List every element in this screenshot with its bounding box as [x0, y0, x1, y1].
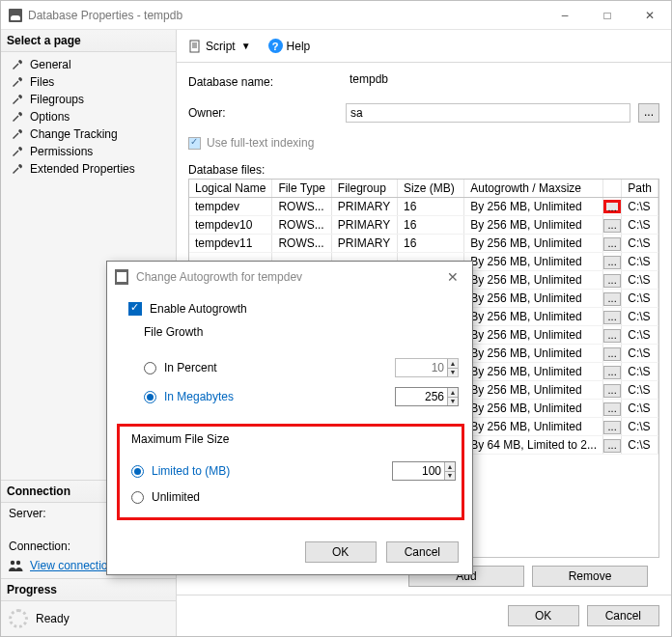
sidebar-item-filegroups[interactable]: Filegroups [1, 91, 176, 108]
autogrowth-edit-button[interactable]: ... [603, 402, 621, 416]
cancel-button[interactable]: Cancel [587, 605, 659, 626]
table-cell: ROWS... [272, 216, 331, 235]
script-dropdown-icon[interactable]: ▼ [239, 41, 253, 51]
autogrowth-edit-button[interactable]: ... [603, 421, 621, 434]
dialog-close-button[interactable]: ✕ [441, 265, 464, 289]
table-cell: By 256 MB, Unlimited [464, 253, 603, 271]
sidebar-item-files[interactable]: Files [1, 73, 176, 91]
spinner-icon[interactable]: ▲▼ [447, 359, 458, 376]
column-header[interactable] [603, 180, 622, 198]
autogrowth-edit-button[interactable]: ... [603, 200, 621, 213]
in-percent-radio[interactable]: In Percent ▲▼ [144, 358, 459, 377]
unlimited-label: Unlimited [152, 490, 200, 504]
table-cell: C:\S [622, 198, 658, 216]
unlimited-radio[interactable]: Unlimited [131, 490, 456, 504]
maximize-button[interactable]: □ [586, 1, 629, 30]
owner-browse-button[interactable]: ... [638, 103, 659, 123]
enable-autogrowth-label: Enable Autogrowth [150, 302, 247, 316]
table-cell: By 256 MB, Unlimited [464, 271, 603, 290]
table-cell: By 256 MB, Unlimited [464, 418, 603, 436]
table-row[interactable]: tempdev11ROWS...PRIMARY16By 256 MB, Unli… [189, 235, 658, 253]
table-cell: By 256 MB, Unlimited [464, 400, 603, 418]
wrench-icon [11, 58, 24, 71]
table-cell: C:\S [622, 216, 658, 235]
autogrowth-edit-button[interactable]: ... [603, 311, 621, 324]
limited-spinner[interactable]: ▲▼ [392, 461, 456, 481]
table-cell: By 256 MB, Unlimited [464, 216, 603, 235]
column-header[interactable]: Autogrowth / Maxsize [464, 180, 603, 198]
autogrowth-edit-button[interactable]: ... [603, 292, 621, 306]
sidebar-item-options[interactable]: Options [1, 108, 176, 125]
close-button[interactable]: ✕ [629, 1, 671, 30]
autogrowth-edit-button[interactable]: ... [603, 347, 621, 361]
table-cell: 16 [398, 198, 464, 216]
table-cell: PRIMARY [331, 198, 397, 216]
table-row[interactable]: tempdev10ROWS...PRIMARY16By 256 MB, Unli… [189, 216, 658, 235]
script-button[interactable]: Script ▼ [184, 38, 257, 55]
table-cell: C:\S [622, 308, 658, 326]
in-megabytes-radio[interactable]: In Megabytes ▲▼ [144, 387, 459, 406]
limited-radio[interactable]: Limited to (MB) ▲▼ [131, 461, 456, 481]
dialog-ok-button[interactable]: OK [305, 541, 377, 563]
properties-window: Database Properties - tempdb – □ ✕ Selec… [0, 0, 672, 637]
spinner-icon[interactable]: ▲▼ [444, 462, 455, 480]
table-cell: C:\S [622, 418, 658, 436]
table-cell: C:\S [622, 400, 658, 418]
autogrowth-edit-button[interactable]: ... [603, 237, 621, 251]
table-cell: C:\S [622, 436, 658, 455]
wrench-icon [11, 127, 24, 141]
autogrowth-edit-button[interactable]: ... [603, 274, 621, 288]
column-header[interactable]: Logical Name [189, 180, 272, 198]
sidebar-item-label: General [30, 58, 71, 71]
ok-button[interactable]: OK [508, 605, 579, 626]
sidebar-item-extended-properties[interactable]: Extended Properties [1, 160, 176, 178]
sidebar-item-label: Files [30, 75, 54, 89]
table-cell: C:\S [622, 290, 658, 308]
view-connection-link[interactable]: View connectio [30, 559, 108, 572]
db-files-label: Database files: [188, 163, 659, 177]
table-row[interactable]: tempdevROWS...PRIMARY16By 256 MB, Unlimi… [189, 198, 658, 216]
wrench-icon [11, 93, 24, 106]
percent-input[interactable] [396, 359, 447, 376]
column-header[interactable]: Filegroup [331, 180, 397, 198]
minimize-button[interactable]: – [544, 1, 586, 30]
enable-autogrowth-checkbox[interactable]: Enable Autogrowth [128, 302, 459, 316]
megabytes-spinner[interactable]: ▲▼ [395, 387, 459, 406]
table-cell: C:\S [622, 253, 658, 271]
sidebar-item-permissions[interactable]: Permissions [1, 143, 176, 160]
spinner-icon[interactable]: ▲▼ [447, 388, 458, 405]
help-label: Help [287, 40, 311, 53]
table-cell: By 256 MB, Unlimited [464, 308, 603, 326]
column-header[interactable]: Path [622, 180, 658, 198]
autogrowth-edit-button[interactable]: ... [603, 366, 621, 379]
sidebar-item-change-tracking[interactable]: Change Tracking [1, 125, 176, 143]
column-header[interactable]: File Type [272, 180, 331, 198]
remove-button[interactable]: Remove [532, 566, 648, 587]
autogrowth-dialog: Change Autogrowth for tempdev ✕ Enable A… [106, 261, 473, 575]
sidebar-item-label: Change Tracking [30, 127, 118, 141]
table-cell: ROWS... [272, 198, 331, 216]
owner-input[interactable] [346, 103, 630, 123]
autogrowth-edit-button[interactable]: ... [603, 329, 621, 343]
table-cell: C:\S [622, 381, 658, 400]
percent-spinner[interactable]: ▲▼ [395, 358, 459, 377]
owner-label: Owner: [188, 106, 338, 120]
table-cell: By 256 MB, Unlimited [464, 345, 603, 363]
limited-input[interactable] [393, 462, 444, 480]
megabytes-input[interactable] [396, 388, 447, 405]
in-percent-label: In Percent [164, 361, 217, 374]
svg-rect-2 [190, 41, 199, 52]
radio-off-icon [144, 362, 156, 374]
sidebar-item-general[interactable]: General [1, 56, 176, 73]
autogrowth-edit-button[interactable]: ... [603, 256, 621, 269]
column-header[interactable]: Size (MB) [398, 180, 464, 198]
autogrowth-edit-button[interactable]: ... [603, 439, 621, 453]
table-header-row: Logical NameFile TypeFilegroupSize (MB)A… [189, 180, 658, 198]
autogrowth-edit-button[interactable]: ... [603, 219, 621, 233]
table-cell: tempdev11 [189, 235, 272, 253]
autogrowth-edit-button[interactable]: ... [603, 384, 621, 398]
help-icon: ? [268, 39, 283, 53]
select-page-header: Select a page [1, 30, 176, 52]
help-button[interactable]: ? Help [265, 37, 315, 55]
dialog-cancel-button[interactable]: Cancel [386, 541, 459, 563]
